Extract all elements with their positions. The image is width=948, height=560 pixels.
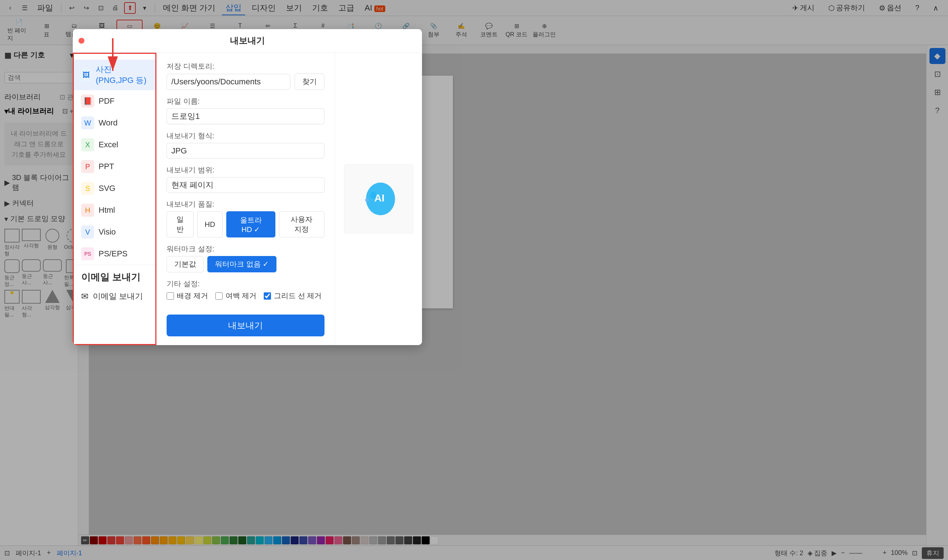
email-item-label: 이메일 보내기 <box>93 291 143 302</box>
quality-buttons: 일반 HD 울트라 HD ✓ 사용자 지정 <box>166 211 325 237</box>
email-section-title: 이메일 보내기 <box>81 271 148 284</box>
email-icon: ✉ <box>81 291 88 302</box>
menu-item-pdf[interactable]: 📕 PDF <box>74 90 155 112</box>
ppt-icon: P <box>81 160 94 173</box>
export-content-panel: 저장 디렉토리: 찾기 파일 이름: 내보내기 형식: JPGPNGBMPGIF… <box>156 53 335 345</box>
visio-icon: V <box>81 225 94 238</box>
menu-item-ps[interactable]: PS PS/EPS <box>74 243 155 265</box>
quality-label: 내보내기 품질: <box>166 199 325 209</box>
checkbox-bg-remove-input[interactable] <box>166 292 174 300</box>
range-select[interactable]: 현재 페이지전체 페이지선택 영역 <box>166 177 325 193</box>
format-select[interactable]: JPGPNGBMPGIFTIFF <box>166 143 325 158</box>
format-row: 내보내기 형식: JPGPNGBMPGIFTIFF <box>166 131 325 158</box>
menu-item-visio-label: Visio <box>98 227 116 237</box>
dialog-close-btn[interactable] <box>78 38 85 44</box>
checkbox-grid-remove-input[interactable] <box>264 292 271 300</box>
filename-label: 파일 이름: <box>166 96 325 106</box>
checkbox-bg-remove-label: 배경 제거 <box>177 291 208 301</box>
svg-point-3 <box>365 198 369 202</box>
checkboxes: 배경 제거 여백 제거 그리드 선 제거 <box>166 291 325 301</box>
menu-item-excel-label: Excel <box>98 140 118 149</box>
menu-item-pdf-label: PDF <box>98 96 115 106</box>
menu-item-ppt-label: PPT <box>98 162 114 171</box>
checkbox-grid-remove-label: 그리드 선 제거 <box>274 291 322 301</box>
menu-item-visio[interactable]: V Visio <box>74 221 155 243</box>
html-icon: H <box>81 204 94 217</box>
export-button[interactable]: 내보내기 <box>166 315 325 336</box>
range-label: 내보내기 범위: <box>166 165 325 175</box>
checkbox-margin-remove[interactable]: 여백 제거 <box>215 291 257 301</box>
svg-icon: S <box>81 182 94 195</box>
export-dialog: 내보내기 🖼 사진(PNG,JPG 등) 📕 PDF W Word X Exce… <box>73 29 422 345</box>
preview-box: AI <box>344 165 413 234</box>
menu-item-word-label: Word <box>98 118 117 128</box>
other-settings-label: 기타 설정: <box>166 279 325 289</box>
filename-row: 파일 이름: <box>166 96 325 125</box>
dialog-title: 내보내기 <box>230 35 265 45</box>
menu-item-photo-label: 사진(PNG,JPG 등) <box>96 64 148 86</box>
photo-icon: 🖼 <box>81 68 91 82</box>
watermark-label: 워터마크 설정: <box>166 244 325 254</box>
checkmark-icon: ✓ <box>254 225 260 234</box>
menu-item-svg[interactable]: S SVG <box>74 177 155 199</box>
excel-icon: X <box>81 138 94 151</box>
menu-item-html-label: Html <box>98 205 115 215</box>
checkbox-margin-remove-label: 여백 제거 <box>226 291 257 301</box>
checkmark-icon-2: ✓ <box>263 260 269 268</box>
menu-item-svg-label: SVG <box>98 184 115 193</box>
preview-panel: AI <box>335 53 422 345</box>
checkbox-margin-remove-input[interactable] <box>215 292 223 300</box>
watermark-buttons: 기본값 워터마크 없음 ✓ <box>166 256 325 272</box>
ps-icon: PS <box>81 247 94 260</box>
preview-image: AI <box>357 175 400 223</box>
filename-input[interactable] <box>166 108 325 125</box>
watermark-default-btn[interactable]: 기본값 <box>166 256 204 272</box>
export-menu-panel: 🖼 사진(PNG,JPG 등) 📕 PDF W Word X Excel P P… <box>73 53 156 345</box>
other-settings-row: 기타 설정: 배경 제거 여백 제거 그리드 선 제거 <box>166 279 325 301</box>
dialog-header: 내보내기 <box>73 29 422 53</box>
svg-text:AI: AI <box>374 192 385 204</box>
watermark-row: 워터마크 설정: 기본값 워터마크 없음 ✓ <box>166 244 325 272</box>
menu-item-ps-label: PS/EPS <box>98 249 127 258</box>
quality-custom-btn[interactable]: 사용자 지정 <box>279 211 325 237</box>
browse-button[interactable]: 찾기 <box>295 74 325 90</box>
email-section: 이메일 보내기 ✉ 이메일 보내기 <box>74 265 155 311</box>
range-inline: 현재 페이지전체 페이지선택 영역 <box>166 177 325 193</box>
range-row: 내보내기 범위: 현재 페이지전체 페이지선택 영역 <box>166 165 325 193</box>
pdf-icon: 📕 <box>81 95 94 108</box>
format-label: 내보내기 형식: <box>166 131 325 141</box>
save-dir-row: 저장 디렉토리: 찾기 <box>166 62 325 90</box>
word-icon: W <box>81 116 94 129</box>
save-dir-inline: 찾기 <box>166 74 325 90</box>
watermark-none-btn[interactable]: 워터마크 없음 ✓ <box>207 256 277 272</box>
dialog-body: 🖼 사진(PNG,JPG 등) 📕 PDF W Word X Excel P P… <box>73 53 422 345</box>
quality-row: 내보내기 품질: 일반 HD 울트라 HD ✓ 사용자 지정 <box>166 199 325 237</box>
menu-item-excel[interactable]: X Excel <box>74 134 155 155</box>
menu-item-ppt[interactable]: P PPT <box>74 155 155 177</box>
quality-hd-btn[interactable]: HD <box>197 211 223 237</box>
quality-ultra-hd-btn[interactable]: 울트라 HD ✓ <box>226 211 275 237</box>
email-item[interactable]: ✉ 이메일 보내기 <box>81 288 148 305</box>
save-dir-input[interactable] <box>166 74 290 90</box>
menu-item-html[interactable]: H Html <box>74 199 155 221</box>
checkbox-grid-remove[interactable]: 그리드 선 제거 <box>264 291 322 301</box>
save-dir-label: 저장 디렉토리: <box>166 62 325 71</box>
quality-normal-btn[interactable]: 일반 <box>166 211 194 237</box>
checkbox-bg-remove[interactable]: 배경 제거 <box>166 291 208 301</box>
menu-item-word[interactable]: W Word <box>74 112 155 134</box>
menu-item-photo[interactable]: 🖼 사진(PNG,JPG 등) <box>74 60 155 90</box>
format-inline: JPGPNGBMPGIFTIFF <box>166 143 325 158</box>
